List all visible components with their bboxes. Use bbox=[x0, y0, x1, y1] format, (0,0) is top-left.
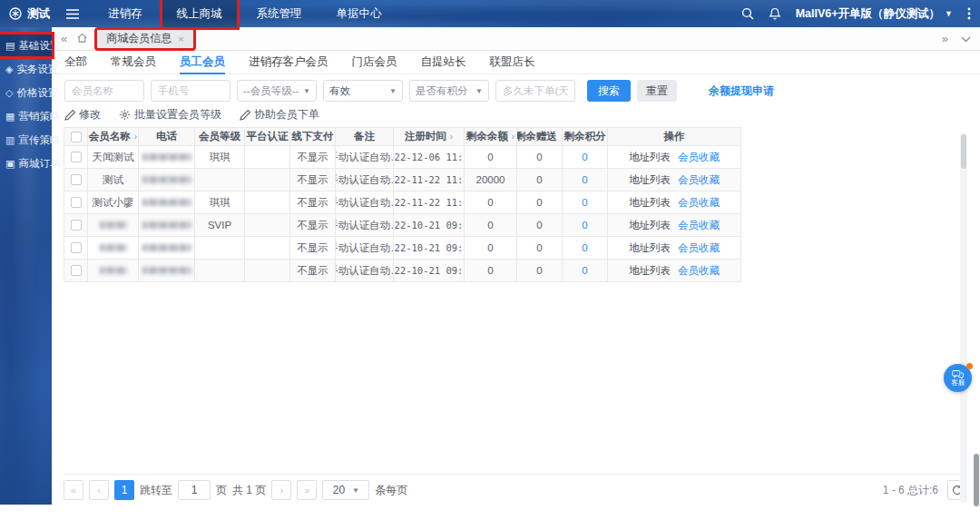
row-checkbox-cell bbox=[64, 237, 88, 260]
has-points-select[interactable]: 是否有积分▼ bbox=[409, 80, 489, 102]
subtab-自提站长[interactable]: 自提站长 bbox=[421, 51, 466, 74]
member-level-select[interactable]: --会员等级--▼ bbox=[237, 80, 317, 102]
points-link[interactable]: 0 bbox=[582, 197, 587, 208]
nav-item-系统管理[interactable]: 系统管理 bbox=[242, 0, 317, 27]
menu-toggle-icon[interactable] bbox=[66, 9, 79, 19]
member-favorites-link[interactable]: 会员收藏 bbox=[678, 219, 720, 232]
collapse-tabs-icon[interactable]: « bbox=[61, 32, 67, 45]
row-checkbox[interactable] bbox=[71, 197, 82, 208]
points-link[interactable]: 0 bbox=[582, 242, 587, 253]
sidebar-item-基础设置[interactable]: ▤基础设置 bbox=[0, 34, 52, 56]
bell-icon[interactable] bbox=[769, 7, 781, 20]
app-logo[interactable]: 测试 bbox=[9, 6, 50, 22]
header-线下支付: 线下支付 bbox=[290, 128, 336, 146]
member-name-input[interactable] bbox=[64, 80, 144, 102]
subtab-进销存客户会员[interactable]: 进销存客户会员 bbox=[249, 51, 328, 74]
member-favorites-link[interactable]: 会员收藏 bbox=[678, 196, 720, 210]
gift-balance-cell: 0 bbox=[517, 214, 563, 237]
header-label: 操作 bbox=[664, 130, 685, 143]
tab-menu-chevron-icon[interactable] bbox=[961, 32, 971, 45]
balance-withdraw-link[interactable]: 余额提现申请 bbox=[709, 83, 774, 99]
page-number-input[interactable] bbox=[178, 480, 211, 500]
member-favorites-link[interactable]: 会员收藏 bbox=[678, 173, 720, 187]
address-list-link[interactable]: 地址列表 bbox=[629, 196, 671, 210]
row-checkbox[interactable] bbox=[71, 152, 82, 162]
content-scrollbar-thumb[interactable] bbox=[961, 134, 966, 169]
page-size-select[interactable]: 20 ▼ bbox=[322, 480, 369, 500]
sort-caret-icon[interactable]: › bbox=[450, 132, 453, 142]
search-button[interactable]: 搜索 bbox=[587, 80, 631, 102]
address-list-link[interactable]: 地址列表 bbox=[629, 173, 671, 187]
sidebar-item-宣传策略[interactable]: ▥宣传策略 bbox=[0, 129, 52, 151]
prev-page-button[interactable]: ‹ bbox=[89, 480, 109, 500]
header-label: 平台认证 bbox=[247, 130, 289, 143]
sidebar-item-商城订单[interactable]: ▣商城订单 bbox=[0, 152, 52, 174]
page-1-button[interactable]: 1 bbox=[114, 480, 134, 500]
remark-cell: 手动认证自动… bbox=[336, 146, 394, 169]
points-cell: 0 bbox=[563, 191, 608, 214]
subtab-全部[interactable]: 全部 bbox=[64, 51, 87, 74]
days-no-order-input[interactable] bbox=[495, 80, 575, 102]
assist-order-button[interactable]: 协助会员下单 bbox=[240, 107, 319, 123]
address-list-link[interactable]: 地址列表 bbox=[629, 264, 671, 278]
nav-item-线上商城[interactable]: 线上商城 bbox=[162, 0, 237, 27]
home-icon[interactable] bbox=[76, 32, 88, 46]
more-dots-icon[interactable] bbox=[967, 7, 971, 20]
search-icon[interactable] bbox=[741, 7, 754, 20]
row-checkbox[interactable] bbox=[71, 174, 82, 185]
status-select[interactable]: 有效▼ bbox=[323, 80, 403, 102]
customer-service-button[interactable]: 客服 bbox=[944, 364, 972, 392]
address-list-link[interactable]: 地址列表 bbox=[629, 151, 671, 164]
last-page-button[interactable]: » bbox=[297, 480, 317, 500]
member-favorites-link[interactable]: 会员收藏 bbox=[678, 151, 720, 164]
member-table: 会员名称›电话会员等级平台认证线下支付备注注册时间›剩余余额›剩余赠送›剩余积分… bbox=[64, 127, 741, 282]
points-link[interactable]: 0 bbox=[582, 265, 587, 276]
next-page-button[interactable]: › bbox=[271, 480, 291, 500]
batch-set-level-button[interactable]: 批量设置会员等级 bbox=[119, 107, 221, 123]
address-list-link[interactable]: 地址列表 bbox=[629, 241, 671, 255]
close-icon[interactable]: × bbox=[178, 34, 183, 44]
sidebar-item-价格设置[interactable]: ◇价格设置 bbox=[0, 82, 52, 103]
subtab-联盟店长[interactable]: 联盟店长 bbox=[490, 51, 535, 74]
table-row: 不显示手动认证自动…2022-10-21 09:21000地址列表会员收藏 bbox=[64, 260, 741, 282]
page-scrollbar-thumb[interactable] bbox=[974, 454, 979, 506]
content-scrollbar[interactable] bbox=[960, 132, 967, 503]
nav-item-单据中心[interactable]: 单据中心 bbox=[322, 0, 397, 27]
jump-label: 跳转至 bbox=[140, 483, 172, 498]
tabbar-right: » bbox=[942, 32, 971, 45]
edit-button[interactable]: 修改 bbox=[64, 107, 101, 123]
member-level-cell bbox=[195, 260, 245, 282]
offline-pay-cell: 不显示 bbox=[290, 169, 336, 191]
points-link[interactable]: 0 bbox=[582, 174, 587, 185]
sort-caret-icon[interactable]: › bbox=[512, 132, 514, 142]
row-checkbox-cell bbox=[64, 169, 88, 191]
gift-balance-cell: 0 bbox=[517, 146, 563, 169]
first-page-button[interactable]: « bbox=[64, 480, 83, 500]
phone-input[interactable] bbox=[151, 80, 230, 102]
gift-balance-cell: 0 bbox=[517, 169, 563, 191]
sidebar-item-营销策略[interactable]: ▦营销策略 bbox=[0, 105, 52, 127]
row-checkbox[interactable] bbox=[71, 265, 82, 276]
subtab-门店会员[interactable]: 门店会员 bbox=[352, 51, 397, 74]
row-checkbox[interactable] bbox=[71, 220, 82, 231]
member-favorites-link[interactable]: 会员收藏 bbox=[678, 241, 720, 255]
page-word: 页 bbox=[216, 483, 227, 498]
points-link[interactable]: 0 bbox=[582, 220, 587, 231]
select-all-checkbox[interactable] bbox=[71, 132, 82, 142]
sidebar-item-label: 基础设置 bbox=[18, 39, 60, 53]
sidebar-item-label: 实务设置 bbox=[16, 63, 58, 76]
nav-item-进销存[interactable]: 进销存 bbox=[93, 0, 157, 27]
reset-button[interactable]: 重置 bbox=[637, 80, 677, 102]
subtab-常规会员[interactable]: 常规会员 bbox=[111, 51, 156, 74]
tab-mall-member-info[interactable]: 商城会员信息 × bbox=[97, 30, 192, 48]
account-menu[interactable]: MallV6+开单版（静仪测试） ▼ bbox=[796, 6, 953, 22]
address-list-link[interactable]: 地址列表 bbox=[629, 219, 671, 232]
member-favorites-link[interactable]: 会员收藏 bbox=[678, 264, 720, 278]
sidebar-item-实务设置[interactable]: ◈实务设置 bbox=[0, 58, 52, 80]
sort-caret-icon[interactable]: › bbox=[134, 132, 137, 142]
subtab-员工会员[interactable]: 员工会员 bbox=[180, 51, 225, 74]
expand-tabs-icon[interactable]: » bbox=[942, 32, 948, 45]
remark-cell: 手动认证自动… bbox=[336, 191, 394, 214]
points-link[interactable]: 0 bbox=[582, 152, 587, 162]
row-checkbox[interactable] bbox=[71, 242, 82, 253]
